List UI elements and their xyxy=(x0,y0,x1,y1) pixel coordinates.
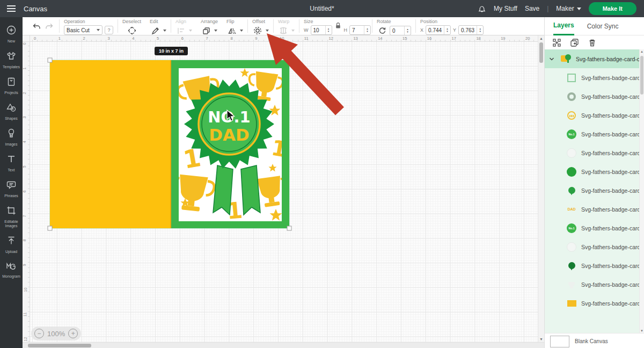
sidebar-item-templates[interactable]: Templates xyxy=(0,47,23,73)
height-input[interactable]: 7 ▴▾ xyxy=(349,25,371,35)
sidebar-item-editable-images[interactable]: Editable Images xyxy=(0,202,23,232)
layer-thumbnail-ring-green xyxy=(566,91,577,102)
height-stepper[interactable]: ▴▾ xyxy=(364,26,370,34)
hamburger-menu-icon[interactable] xyxy=(0,0,23,17)
top-bar: Canvas Untitled* My Stuff Save | Maker M… xyxy=(0,0,644,17)
width-stepper[interactable]: ▴▾ xyxy=(325,26,332,34)
blank-canvas-label: Blank Canvas xyxy=(575,338,608,344)
layer-row[interactable]: Svg-fathers-badge-card... xyxy=(545,162,644,181)
delete-trash-icon[interactable] xyxy=(588,38,597,47)
layer-row[interactable]: DADSvg-fathers-badge-card... xyxy=(545,200,644,219)
chevron-down-icon[interactable] xyxy=(266,30,269,32)
save-link[interactable]: Save xyxy=(525,5,539,12)
text-icon xyxy=(6,154,17,166)
layer-row[interactable]: Svg-fathers-badge-card... xyxy=(545,106,644,125)
chevron-down-icon[interactable] xyxy=(549,57,554,61)
layer-name: Svg-fathers-badge-card... xyxy=(581,263,644,269)
operation-help-button[interactable]: ? xyxy=(105,26,113,34)
group-objects-icon[interactable] xyxy=(552,38,561,47)
clipboard-icon xyxy=(6,76,17,89)
y-position-input[interactable]: 0.763 ▴▾ xyxy=(458,25,484,35)
rotate-label: Rotate xyxy=(377,19,411,24)
scroll-down-icon[interactable]: ▼ xyxy=(538,337,544,341)
canvas-section-label: Canvas xyxy=(24,5,47,13)
layers-scrollbar-thumb[interactable] xyxy=(640,56,643,95)
chevron-down-icon[interactable] xyxy=(214,30,217,32)
rotate-icon[interactable] xyxy=(377,25,387,36)
sidebar-item-new[interactable]: New xyxy=(0,21,23,47)
x-position-value: 0.744 xyxy=(426,27,444,33)
undo-icon[interactable] xyxy=(31,21,42,32)
layer-thumbnail-ring-yellow xyxy=(566,110,577,121)
layer-row[interactable]: Svg-fathers-badge-card... xyxy=(545,181,644,200)
layer-row[interactable]: Svg-fathers-badge-card... xyxy=(545,275,644,294)
badge-text-line2: DAD xyxy=(209,125,249,144)
layer-row[interactable]: Svg-fathers-badge-card... xyxy=(545,68,644,87)
my-stuff-link[interactable]: My Stuff xyxy=(494,5,517,12)
layer-name: Svg-fathers-badge-card... xyxy=(581,75,644,81)
blank-canvas-thumbnail[interactable] xyxy=(550,336,569,347)
tab-layers[interactable]: Layers xyxy=(553,17,574,35)
duplicate-icon[interactable] xyxy=(570,38,579,47)
chevron-down-icon[interactable] xyxy=(240,30,243,32)
layers-scrollbar[interactable]: ▲ ▼ xyxy=(639,49,644,333)
vertical-scrollbar[interactable]: ▲ ▼ xyxy=(538,35,544,342)
canvas-area[interactable]: 01234567891011121314151617181920 0123456… xyxy=(23,35,544,348)
tab-color-sync[interactable]: Color Sync xyxy=(587,17,619,35)
scroll-up-icon[interactable]: ▲ xyxy=(640,50,644,53)
operation-select[interactable]: Basic Cut xyxy=(64,25,103,35)
y-stepper[interactable]: ▴▾ xyxy=(477,26,483,34)
deselect-icon[interactable] xyxy=(127,25,137,36)
layer-row[interactable]: Svg-fathers-badge-card... xyxy=(545,143,644,162)
x-position-input[interactable]: 0.744 ▴▾ xyxy=(426,25,451,35)
horizontal-scrollbar[interactable] xyxy=(23,342,544,348)
layer-name: Svg-fathers-badge-card... xyxy=(581,225,644,231)
crop-icon xyxy=(6,205,17,218)
layers-list: Svg-fathers-badge-card-craf...Svg-father… xyxy=(545,49,644,333)
deselect-label: Deselect xyxy=(122,19,141,24)
flip-icon[interactable] xyxy=(226,25,237,36)
edit-pencil-icon[interactable] xyxy=(150,25,160,36)
size-lock-icon[interactable] xyxy=(335,21,341,31)
layer-row[interactable]: No.1Svg-fathers-badge-card... xyxy=(545,125,644,143)
sidebar-item-shapes[interactable]: Shapes xyxy=(0,99,23,125)
x-field-label: X xyxy=(420,27,423,33)
sidebar-item-projects[interactable]: Projects xyxy=(0,73,23,99)
machine-select[interactable]: Maker xyxy=(556,5,581,12)
offset-icon[interactable] xyxy=(252,25,263,36)
operation-label: Operation xyxy=(64,19,113,24)
layer-row[interactable]: Svg-fathers-badge-card... xyxy=(545,256,644,275)
vertical-scrollbar-thumb[interactable] xyxy=(539,42,543,63)
chevron-down-icon[interactable] xyxy=(163,30,166,32)
warp-icon xyxy=(278,25,289,36)
x-stepper[interactable]: ▴▾ xyxy=(444,26,450,34)
sidebar-item-images[interactable]: Images xyxy=(0,125,23,150)
sidebar-item-monogram[interactable]: Monogram xyxy=(0,258,23,282)
sidebar-item-upload[interactable]: Upload xyxy=(0,232,23,258)
width-input[interactable]: 10 ▴▾ xyxy=(311,25,332,35)
sidebar-item-phrases[interactable]: Phrases xyxy=(0,176,23,202)
scroll-up-icon[interactable]: ▲ xyxy=(538,37,544,40)
rotate-input[interactable]: 0 ▴▾ xyxy=(390,26,411,35)
layer-row[interactable]: No.1Svg-fathers-badge-card... xyxy=(545,219,644,237)
sidebar-item-label: Monogram xyxy=(2,274,20,279)
layer-row[interactable]: Svg-fathers-badge-card... xyxy=(545,87,644,106)
layer-row[interactable]: Svg-fathers-badge-card... xyxy=(545,237,644,256)
zoom-out-button[interactable]: − xyxy=(34,329,44,338)
left-sidebar: NewTemplatesProjectsShapesImagesTextPhra… xyxy=(0,17,23,348)
layer-thumbnail-circle-no1: No.1 xyxy=(566,129,577,140)
scroll-down-icon[interactable]: ▼ xyxy=(640,329,644,332)
layer-row[interactable]: Svg-fathers-badge-card... xyxy=(545,294,644,313)
layer-name: Svg-fathers-badge-card... xyxy=(581,150,644,156)
sidebar-item-text[interactable]: Text xyxy=(0,150,23,176)
make-it-button[interactable]: Make It xyxy=(589,2,636,15)
layer-group-row[interactable]: Svg-fathers-badge-card-craf... xyxy=(545,49,644,68)
notifications-bell-icon[interactable] xyxy=(478,4,486,13)
design-card[interactable]: 1 1 1 NO.1 DAD xyxy=(23,35,538,342)
flip-label: Flip xyxy=(226,19,243,24)
zoom-in-button[interactable]: + xyxy=(68,329,78,338)
horizontal-scrollbar-thumb[interactable] xyxy=(28,344,91,347)
rotate-stepper[interactable]: ▴▾ xyxy=(404,26,411,35)
redo-icon[interactable] xyxy=(44,21,55,32)
arrange-icon[interactable] xyxy=(201,25,211,36)
